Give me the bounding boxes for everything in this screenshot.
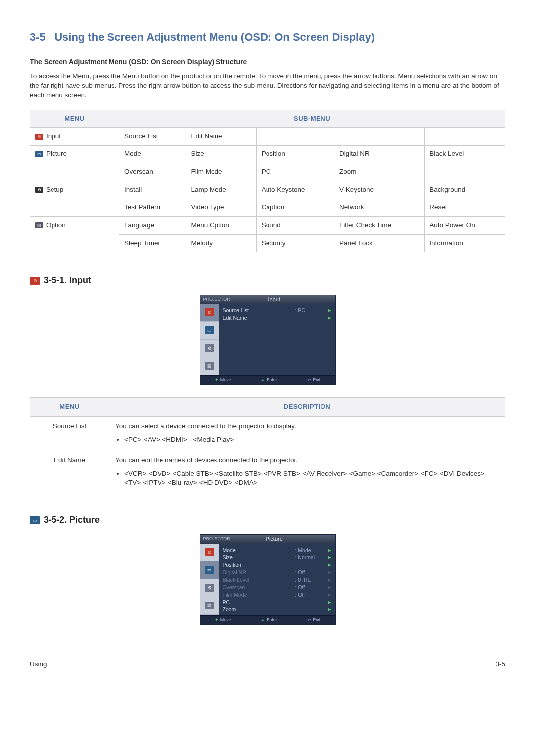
table-cell: Melody: [186, 234, 256, 252]
osd-row-label: Source List: [223, 307, 295, 314]
table-cell: Sound: [256, 216, 334, 234]
structure-subtitle: The Screen Adjustment Menu (OSD: On Scre…: [30, 57, 505, 67]
input-description-table: MENU DESCRIPTION Source List You can sel…: [30, 397, 505, 495]
osd-row: Digital NR: Off▶: [223, 569, 331, 576]
table-cell: Sleep Timer: [119, 234, 186, 252]
desc-bullet: <VCR>-<DVD>-<Cable STB>-<Satellite STB>-…: [124, 469, 499, 488]
arrow-right-icon: ▶: [325, 592, 331, 598]
picture-icon: ▭: [205, 326, 214, 334]
table-cell: Menu Option: [186, 216, 256, 234]
table-cell: Security: [256, 234, 334, 252]
osd-brand: PROJECTOR: [200, 296, 233, 302]
structure-header-submenu: SUB-MENU: [119, 110, 505, 128]
osd-row-value: : Off: [295, 584, 325, 591]
table-cell: Mode: [119, 146, 186, 163]
menu-picture-label: Picture: [46, 150, 67, 159]
option-icon: ▤: [205, 362, 214, 370]
table-cell: Auto Power On: [425, 216, 505, 234]
option-icon: ▤: [35, 222, 43, 228]
option-icon: ▤: [205, 602, 214, 609]
enter-icon: ↲: [261, 377, 265, 383]
desc-menu-edit-name: Edit Name: [30, 451, 109, 494]
table-cell: Video Type: [186, 199, 256, 216]
picture-section-name: Picture: [69, 515, 100, 525]
exit-icon: ↩: [307, 617, 311, 623]
setup-icon: ⚙: [205, 344, 214, 352]
page-footer: Using 3-5: [30, 655, 505, 669]
osd-row: Mode: Mode▶: [223, 547, 331, 554]
osd-row-value: : Off: [295, 591, 325, 599]
desc-header-menu: MENU: [30, 397, 109, 416]
table-cell: Panel Lock: [334, 234, 424, 252]
input-icon: ⎚: [205, 308, 214, 316]
menu-setup-label: Setup: [46, 185, 63, 195]
desc-header-description: DESCRIPTION: [109, 397, 505, 416]
osd-row-value: : Normal: [295, 554, 325, 561]
table-cell: Size: [186, 146, 256, 163]
picture-icon: ▭: [30, 516, 40, 524]
osd-row: PC▶: [223, 599, 331, 606]
section-number: 3-5: [30, 31, 46, 43]
section-heading-picture: ▭ 3-5-2. Picture: [30, 514, 505, 526]
menu-input-label: Input: [46, 132, 61, 141]
table-cell: Black Level: [425, 146, 505, 163]
osd-title: Picture: [233, 535, 316, 543]
picture-icon: ▭: [205, 566, 214, 574]
table-cell: Network: [334, 199, 424, 216]
osd-footer-exit: Exit: [313, 617, 320, 623]
table-cell: Overscan: [119, 163, 186, 181]
table-cell: Edit Name: [186, 128, 256, 146]
arrow-right-icon: ▶: [325, 599, 331, 605]
osd-panel-input: PROJECTOR Input ⎚ ▭ ⚙ ▤ Source List: PC▶…: [200, 295, 336, 385]
page-title-text: Using the Screen Adjustment Menu (OSD: O…: [54, 31, 374, 43]
table-cell: Background: [425, 181, 505, 199]
osd-row-label: Size: [223, 554, 295, 561]
input-icon: ⎚: [30, 277, 40, 285]
osd-footer-exit: Exit: [313, 377, 320, 383]
osd-footer-move: Move: [220, 617, 231, 623]
table-cell: Lamp Mode: [186, 181, 256, 199]
table-cell: [256, 128, 334, 146]
osd-row-label: PC: [223, 599, 295, 606]
table-cell: V-Keystone: [334, 181, 424, 199]
input-section-number: 3-5-1.: [44, 275, 67, 285]
arrow-right-icon: ▶: [325, 307, 331, 314]
osd-row: Position▶: [223, 561, 331, 569]
table-cell: Filter Check Time: [334, 216, 424, 234]
table-cell: Position: [256, 146, 334, 163]
desc-text: You can edit the names of devices connec…: [115, 456, 499, 465]
osd-row-label: Position: [223, 561, 295, 569]
input-icon: ⎚: [205, 548, 214, 556]
table-cell: Source List: [119, 128, 186, 146]
osd-row-value: : PC: [295, 307, 325, 314]
osd-row-label: Film Mode: [223, 591, 295, 599]
arrow-right-icon: ▶: [325, 562, 331, 568]
footer-left: Using: [30, 660, 47, 669]
footer-right: 3-5: [495, 660, 505, 669]
osd-row-label: Black Level: [223, 576, 295, 584]
arrow-right-icon: ▶: [325, 606, 331, 613]
osd-row: Size: Normal▶: [223, 554, 331, 561]
input-section-name: Input: [69, 275, 91, 285]
setup-icon: ⚙: [205, 584, 214, 592]
osd-row-value: : Mode: [295, 547, 325, 554]
desc-text: You can select a device connected to the…: [115, 422, 499, 431]
osd-title: Input: [233, 296, 316, 303]
table-cell: Language: [119, 216, 186, 234]
exit-icon: ↩: [307, 377, 311, 383]
arrow-right-icon: ▶: [325, 554, 331, 561]
picture-icon: ▭: [35, 151, 43, 157]
desc-menu-source-list: Source List: [30, 416, 109, 451]
section-heading-input: ⎚ 3-5-1. Input: [30, 274, 505, 287]
osd-panel-picture: PROJECTOR Picture ⎚ ▭ ⚙ ▤ Mode: Mode▶Siz…: [200, 534, 336, 625]
intro-paragraph: To access the Menu, press the Menu butto…: [30, 72, 505, 100]
osd-row-label: Mode: [223, 547, 295, 554]
osd-row: Zoom▶: [223, 606, 331, 613]
desc-bullet: <PC>-<AV>-<HDMI> - <Media Play>: [124, 435, 499, 445]
table-cell: PC: [256, 163, 334, 181]
osd-row: Overscan: Off▶: [223, 584, 331, 591]
osd-row-label: Overscan: [223, 584, 295, 591]
input-icon: ⎚: [35, 134, 43, 140]
table-cell: Digital NR: [334, 146, 424, 163]
page-title: 3-5 Using the Screen Adjustment Menu (OS…: [30, 30, 505, 45]
